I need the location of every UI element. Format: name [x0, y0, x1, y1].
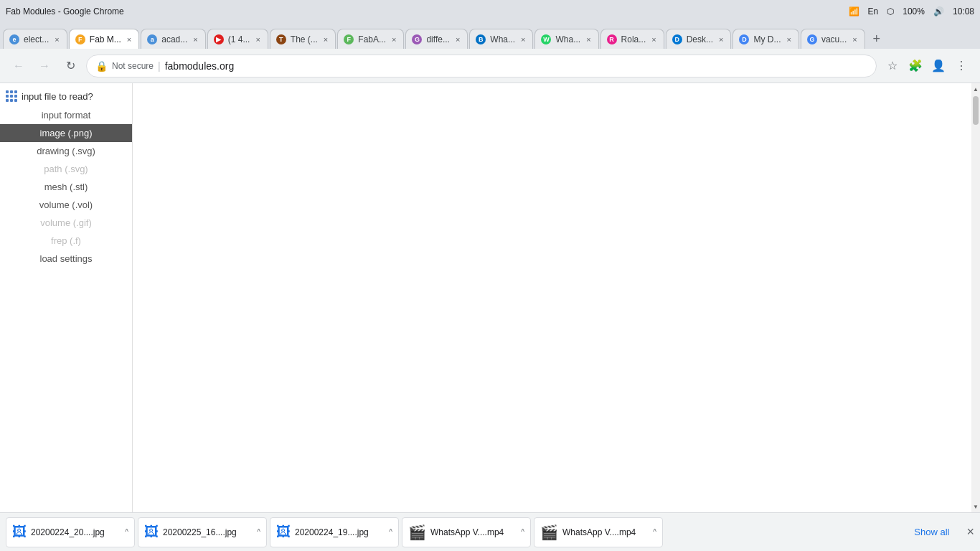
download-item-dl-4[interactable]: 🎬WhatsApp V....mp4^: [402, 517, 531, 547]
download-expand-dl-3[interactable]: ^: [389, 528, 392, 536]
sidebar-item-input-format[interactable]: input format: [0, 106, 132, 124]
download-icon-dl-3: 🖼: [276, 524, 291, 540]
download-item-dl-5[interactable]: 🎬WhatsApp V....mp4^: [534, 517, 663, 547]
grid-icon: [6, 90, 17, 102]
sidebar-header-text: input file to read?: [22, 91, 93, 102]
sidebar-item-frep-f: frep (.f): [0, 232, 132, 250]
scrollbar[interactable]: ▲ ▼: [971, 83, 980, 512]
tab-tab-12[interactable]: DMy D...×: [732, 29, 798, 49]
download-icon-dl-1: 🖼: [12, 524, 27, 540]
tab-tab-5[interactable]: TThe (...×: [270, 29, 336, 49]
tab-favicon-tab-8: B: [476, 34, 486, 44]
download-item-dl-2[interactable]: 🖼20200225_16....jpg^: [138, 517, 267, 547]
sidebar-item-mesh-stl[interactable]: mesh (.stl): [0, 178, 132, 196]
download-expand-dl-2[interactable]: ^: [257, 528, 260, 536]
volume-icon: 🔊: [933, 6, 944, 17]
tab-close-tab-8[interactable]: ×: [519, 35, 527, 44]
download-item-dl-3[interactable]: 🖼20200224_19....jpg^: [270, 517, 399, 547]
system-icons: 📶 En ⬡ 100% 🔊 10:08: [849, 6, 974, 17]
sidebar: input file to read? input formatimage (.…: [0, 83, 133, 512]
downloads-close-button[interactable]: ×: [966, 524, 974, 540]
tab-close-tab-2[interactable]: ×: [126, 35, 133, 44]
tab-label-tab-9: Wha...: [555, 34, 580, 44]
sidebar-items-container: input formatimage (.png)drawing (.svg)pa…: [0, 106, 132, 268]
tab-close-tab-5[interactable]: ×: [322, 35, 329, 44]
not-secure-text: Not secure: [112, 61, 154, 71]
avatar-button[interactable]: 👤: [928, 56, 948, 76]
tab-bar: eelect...×FFab M...×aacad...×▶(1 4...×TT…: [0, 23, 980, 49]
tab-tab-1[interactable]: eelect...×: [3, 29, 67, 49]
download-items-container: 🖼20200224_20....jpg^🖼20200225_16....jpg^…: [6, 517, 663, 547]
tab-favicon-tab-1: e: [9, 34, 19, 44]
tab-close-tab-9[interactable]: ×: [585, 35, 592, 44]
bookmark-button[interactable]: ☆: [882, 56, 903, 76]
show-all-button[interactable]: Show all: [903, 521, 961, 543]
tab-close-tab-3[interactable]: ×: [192, 35, 199, 44]
sidebar-item-volume-gif: volume (.gif): [0, 214, 132, 232]
tab-label-tab-11: Desk...: [687, 34, 713, 44]
tab-favicon-tab-6: F: [344, 34, 354, 44]
download-name-dl-4: WhatsApp V....mp4: [430, 527, 517, 537]
download-expand-dl-4[interactable]: ^: [521, 528, 524, 536]
forward-button[interactable]: →: [34, 56, 55, 76]
download-expand-dl-1[interactable]: ^: [125, 528, 128, 536]
tab-favicon-tab-7: G: [412, 34, 422, 44]
tab-close-tab-7[interactable]: ×: [454, 35, 461, 44]
scrollbar-down-arrow[interactable]: ▼: [971, 501, 980, 512]
tab-tab-11[interactable]: DDesk...×: [666, 29, 732, 49]
tab-tab-7[interactable]: Gdiffe...×: [405, 29, 468, 49]
tab-tab-8[interactable]: BWha...×: [469, 29, 533, 49]
tab-label-tab-13: vacu...: [821, 34, 847, 44]
address-actions: ☆ 🧩 👤 ⋮: [882, 56, 971, 76]
tab-tab-9[interactable]: WWha...×: [534, 29, 598, 49]
tab-close-tab-1[interactable]: ×: [53, 35, 60, 44]
tab-tab-2[interactable]: FFab M...×: [69, 29, 139, 49]
tab-tab-13[interactable]: Gvacu...×: [801, 29, 865, 49]
tab-favicon-tab-11: D: [672, 34, 682, 44]
tab-tab-4[interactable]: ▶(1 4...×: [207, 29, 268, 49]
back-button[interactable]: ←: [9, 56, 29, 76]
tab-label-tab-3: acad...: [161, 34, 187, 44]
page-body: [133, 83, 980, 512]
sidebar-item-drawing-svg[interactable]: drawing (.svg): [0, 142, 132, 160]
tab-label-tab-7: diffe...: [426, 34, 449, 44]
download-name-dl-5: WhatsApp V....mp4: [562, 527, 649, 537]
tab-close-tab-13[interactable]: ×: [851, 35, 858, 44]
tab-favicon-tab-13: G: [807, 34, 817, 44]
sidebar-item-volume-vol[interactable]: volume (.vol): [0, 196, 132, 214]
tab-favicon-tab-10: R: [607, 34, 617, 44]
tab-label-tab-4: (1 4...: [228, 34, 250, 44]
scrollbar-thumb[interactable]: [973, 96, 979, 125]
wifi-icon: 📶: [849, 6, 859, 17]
download-name-dl-1: 20200224_20....jpg: [31, 527, 121, 537]
new-tab-button[interactable]: +: [867, 29, 887, 49]
tab-label-tab-8: Wha...: [490, 34, 515, 44]
download-item-dl-1[interactable]: 🖼20200224_20....jpg^: [6, 517, 135, 547]
tab-tab-3[interactable]: aacad...×: [141, 29, 205, 49]
tab-close-tab-11[interactable]: ×: [717, 35, 725, 44]
download-icon-dl-4: 🎬: [408, 524, 426, 541]
extensions-button[interactable]: 🧩: [905, 56, 925, 76]
sidebar-item-image-png[interactable]: image (.png): [0, 124, 132, 142]
tab-close-tab-10[interactable]: ×: [650, 35, 657, 44]
tab-label-tab-12: My D...: [753, 34, 781, 44]
download-icon-dl-2: 🖼: [144, 524, 159, 540]
tab-favicon-tab-2: F: [75, 34, 85, 44]
tab-tab-6[interactable]: FFabA...×: [337, 29, 404, 49]
title-bar: Fab Modules - Google Chrome 📶 En ⬡ 100% …: [0, 0, 980, 23]
tab-label-tab-2: Fab M...: [90, 34, 121, 44]
address-input[interactable]: 🔒 Not secure | fabmodules.org: [86, 55, 877, 77]
scrollbar-up-arrow[interactable]: ▲: [971, 83, 980, 95]
download-expand-dl-5[interactable]: ^: [653, 528, 656, 536]
tab-favicon-tab-9: W: [541, 34, 551, 44]
tab-label-tab-1: elect...: [24, 34, 49, 44]
url-text: fabmodules.org: [165, 60, 235, 72]
tab-tab-10[interactable]: RRola...×: [600, 29, 664, 49]
tab-close-tab-12[interactable]: ×: [785, 35, 792, 44]
sidebar-item-path-svg: path (.svg): [0, 160, 132, 178]
tab-close-tab-4[interactable]: ×: [254, 35, 261, 44]
reload-button[interactable]: ↻: [60, 56, 80, 76]
tab-close-tab-6[interactable]: ×: [390, 35, 397, 44]
menu-button[interactable]: ⋮: [951, 56, 971, 76]
sidebar-item-load-settings[interactable]: load settings: [0, 250, 132, 268]
